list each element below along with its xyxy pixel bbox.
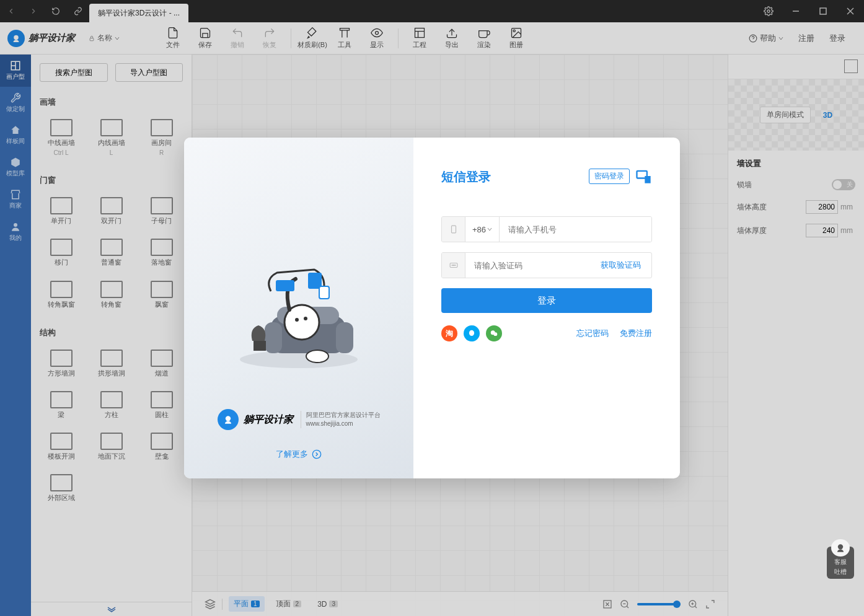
login-modal: 躺平设计家 阿里巴巴官方家居设计平台www.shejijia.com 了解更多 …: [184, 138, 680, 478]
svg-rect-40: [319, 286, 329, 299]
brand-logo-icon: [218, 409, 239, 430]
code-icon: [442, 253, 465, 278]
forgot-password-link[interactable]: 忘记密码: [576, 328, 609, 339]
svg-point-30: [240, 351, 358, 368]
helper-avatar-icon: [831, 539, 850, 557]
modal-illustration-panel: 躺平设计家 阿里巴巴官方家居设计平台www.shejijia.com 了解更多: [184, 138, 413, 478]
svg-point-52: [469, 330, 474, 336]
login-modal-overlay: 躺平设计家 阿里巴巴官方家居设计平台www.shejijia.com 了解更多 …: [0, 0, 864, 616]
get-code-button[interactable]: 获取验证码: [589, 253, 651, 278]
svg-rect-38: [276, 280, 294, 291]
qq-login-icon[interactable]: [464, 325, 480, 341]
brand-text: 躺平设计家: [244, 413, 293, 426]
taobao-login-icon[interactable]: 淘: [441, 325, 457, 341]
login-form-panel: 短信登录 密码登录 +86 获取验证码 登录: [413, 138, 680, 478]
helper-widget[interactable]: 客服 吐槽: [827, 547, 854, 579]
svg-point-29: [838, 544, 843, 549]
phone-icon: [442, 217, 465, 242]
svg-point-36: [295, 318, 299, 322]
svg-point-41: [306, 350, 328, 363]
phone-input[interactable]: [500, 217, 651, 242]
svg-point-37: [304, 317, 307, 320]
learn-more-link[interactable]: 了解更多: [276, 449, 322, 460]
modal-brand: 躺平设计家 阿里巴巴官方家居设计平台www.shejijia.com: [218, 409, 381, 430]
svg-point-44: [312, 450, 320, 458]
svg-rect-42: [253, 341, 266, 351]
svg-point-49: [452, 265, 452, 265]
svg-rect-33: [336, 322, 353, 353]
qr-login-icon[interactable]: [635, 167, 652, 185]
svg-point-54: [493, 332, 497, 336]
login-illustration: [227, 242, 370, 384]
wechat-login-icon[interactable]: [486, 325, 502, 341]
helper-feedback-label: 吐槽: [834, 568, 847, 576]
helper-service-label: 客服: [834, 558, 847, 566]
country-code-select[interactable]: +86: [465, 217, 500, 242]
svg-rect-46: [645, 176, 650, 183]
brand-subtitle: 阿里巴巴官方家居设计平台www.shejijia.com: [301, 411, 381, 428]
password-login-button[interactable]: 密码登录: [589, 169, 630, 184]
svg-point-43: [225, 416, 230, 421]
svg-rect-32: [265, 322, 282, 353]
svg-point-51: [454, 265, 455, 265]
free-register-link[interactable]: 免费注册: [620, 328, 652, 339]
svg-rect-47: [451, 226, 456, 233]
verification-code-input[interactable]: [465, 253, 589, 278]
login-submit-button[interactable]: 登录: [441, 288, 652, 313]
svg-point-50: [453, 265, 454, 265]
